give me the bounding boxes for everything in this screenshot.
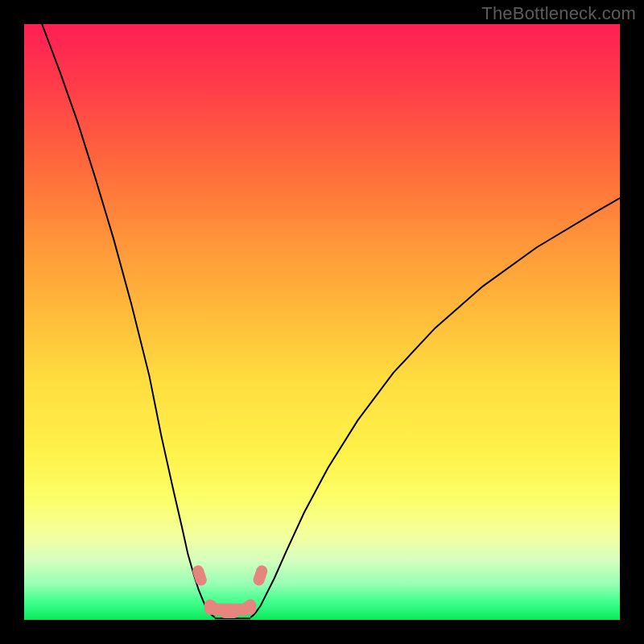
chart-overlay bbox=[24, 24, 620, 620]
chart-frame: TheBottleneck.com bbox=[0, 0, 644, 644]
curve-right bbox=[250, 198, 620, 617]
watermark-text: TheBottleneck.com bbox=[481, 3, 636, 24]
curve-layer bbox=[42, 24, 620, 618]
valley-marker-layer bbox=[198, 571, 262, 613]
curve-left bbox=[42, 24, 215, 617]
plot-area bbox=[24, 24, 620, 620]
